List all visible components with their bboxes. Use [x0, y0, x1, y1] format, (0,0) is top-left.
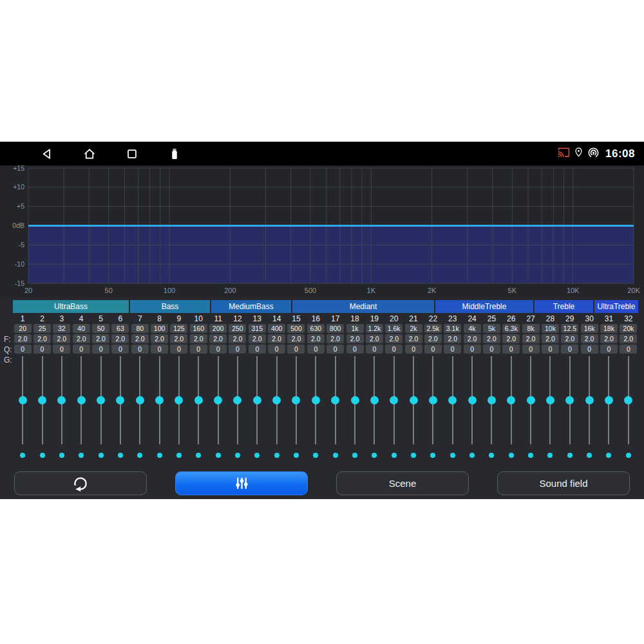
slider-knob[interactable] — [233, 396, 242, 404]
gain-slider[interactable] — [149, 356, 169, 444]
gain-slider[interactable] — [111, 356, 130, 444]
gain-slider[interactable] — [482, 356, 501, 444]
gain-slider[interactable] — [306, 356, 325, 444]
slider-knob[interactable] — [312, 396, 320, 404]
gain-slider[interactable] — [169, 356, 189, 444]
channel-q-value: 2.0 — [209, 334, 227, 343]
eq-button[interactable] — [175, 471, 308, 495]
back-button[interactable] — [40, 147, 54, 161]
gain-slider[interactable] — [52, 356, 71, 444]
slider-knob[interactable] — [214, 396, 222, 404]
band-header-label: UltraBass — [54, 302, 88, 311]
channel-gain-value: 0 — [405, 345, 422, 354]
gain-slider[interactable] — [130, 356, 149, 444]
gain-slider[interactable] — [91, 356, 110, 444]
channel-gain-value: 0 — [502, 345, 520, 354]
slider-knob[interactable] — [507, 396, 515, 404]
channel-column: 5 50 2.0 0 — [91, 314, 110, 458]
gain-slider[interactable] — [228, 356, 247, 444]
slider-knob[interactable] — [77, 396, 86, 404]
gain-slider[interactable] — [521, 356, 540, 444]
channel-frequency-value: 80 — [131, 324, 149, 333]
slider-knob[interactable] — [116, 396, 124, 404]
slider-knob[interactable] — [175, 396, 183, 404]
channel-q-value: 2.0 — [405, 334, 422, 343]
band-header-label: Treble — [553, 302, 575, 311]
gain-slider[interactable] — [326, 356, 345, 444]
channel-indicator-dot — [176, 453, 182, 458]
gain-slider[interactable] — [384, 356, 404, 444]
slider-knob[interactable] — [488, 396, 496, 404]
channel-gain-value: 0 — [53, 345, 70, 354]
slider-knob[interactable] — [136, 396, 144, 404]
slider-knob[interactable] — [38, 396, 46, 404]
slider-knob[interactable] — [292, 396, 300, 404]
slider-knob[interactable] — [546, 396, 554, 404]
slider-knob[interactable] — [57, 396, 66, 404]
gain-slider[interactable] — [208, 356, 227, 444]
slider-knob[interactable] — [370, 396, 379, 404]
slider-knob[interactable] — [468, 396, 477, 404]
slider-knob[interactable] — [272, 396, 281, 404]
svg-text:-5: -5 — [19, 241, 24, 249]
recents-icon — [125, 147, 139, 161]
scene-button[interactable]: Scene — [336, 471, 469, 495]
slider-knob[interactable] — [390, 396, 398, 404]
channel-column: 23 3.1k 2.0 0 — [443, 314, 462, 458]
gain-slider[interactable] — [247, 356, 267, 444]
slider-knob[interactable] — [585, 396, 594, 404]
channel-gain-value: 0 — [424, 345, 442, 354]
gain-slider[interactable] — [13, 356, 32, 444]
gain-slider[interactable] — [619, 356, 638, 444]
slider-knob[interactable] — [351, 396, 359, 404]
channel-gain-value: 0 — [151, 345, 168, 354]
reset-button[interactable] — [14, 471, 147, 495]
slider-knob[interactable] — [97, 396, 105, 404]
gain-slider[interactable] — [404, 356, 423, 444]
slider-knob[interactable] — [429, 396, 437, 404]
gain-slider[interactable] — [365, 356, 384, 444]
channel-number: 30 — [585, 314, 593, 324]
recents-button[interactable] — [125, 147, 139, 161]
sound-field-button[interactable]: Sound field — [497, 471, 630, 495]
gain-slider[interactable] — [443, 356, 462, 444]
gain-slider[interactable] — [502, 356, 521, 444]
slider-knob[interactable] — [624, 396, 632, 404]
gain-slider[interactable] — [580, 356, 599, 444]
channel-frequency-value: 16k — [581, 324, 598, 333]
channel-q-value: 2.0 — [444, 334, 461, 343]
channel-column: 3 32 2.0 0 — [52, 314, 71, 458]
channel-q-value: 2.0 — [346, 334, 364, 343]
channels-grid: 1 20 2.0 0 2 25 2.0 0 3 32 2.0 0 4 40 2.… — [13, 314, 638, 458]
slider-knob[interactable] — [565, 396, 574, 404]
slider-knob[interactable] — [410, 396, 418, 404]
slider-knob[interactable] — [19, 396, 27, 404]
channel-frequency-value: 40 — [73, 324, 90, 333]
slider-knob[interactable] — [605, 396, 613, 404]
gain-slider[interactable] — [189, 356, 208, 444]
slider-knob[interactable] — [155, 396, 164, 404]
home-button[interactable] — [82, 147, 97, 161]
gain-slider[interactable] — [540, 356, 560, 444]
slider-knob[interactable] — [448, 396, 457, 404]
gain-slider[interactable] — [599, 356, 618, 444]
gain-slider[interactable] — [267, 356, 286, 444]
gain-slider[interactable] — [71, 356, 91, 444]
slider-knob[interactable] — [194, 396, 203, 404]
channel-indicator-dot — [411, 453, 416, 458]
gain-slider[interactable] — [287, 356, 306, 444]
channel-q-value: 2.0 — [581, 334, 598, 343]
channel-gain-value: 0 — [287, 345, 305, 354]
band-strip: UltraBassBassMediumBassMediantMiddleTreb… — [13, 300, 644, 313]
slider-knob[interactable] — [331, 396, 339, 404]
channel-q-value: 2.0 — [131, 334, 149, 343]
gain-slider[interactable] — [560, 356, 580, 444]
gain-slider[interactable] — [32, 356, 52, 444]
channel-frequency-value: 6.3k — [502, 324, 520, 333]
gain-slider[interactable] — [423, 356, 442, 444]
gain-slider[interactable] — [462, 356, 482, 444]
gain-slider[interactable] — [345, 356, 365, 444]
slider-knob[interactable] — [527, 396, 535, 404]
slider-knob[interactable] — [253, 396, 261, 404]
channel-number: 2 — [40, 314, 44, 324]
